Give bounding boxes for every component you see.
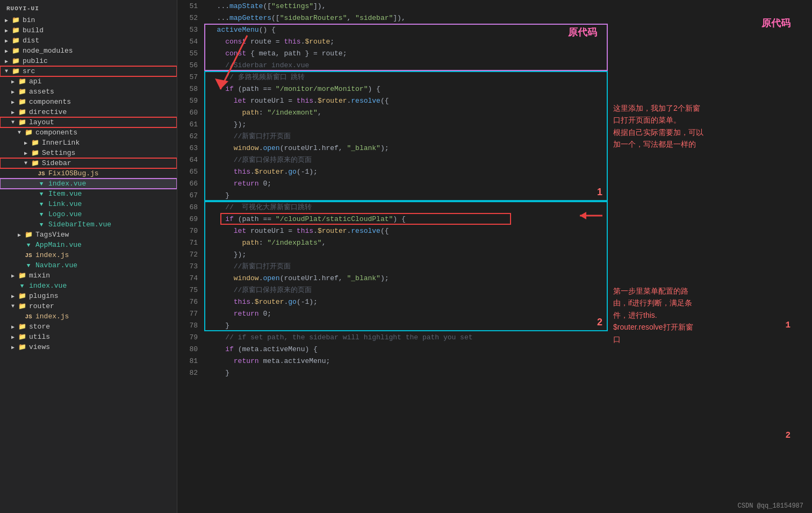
tree-item-components[interactable]: ▶📁components — [0, 97, 177, 107]
token: this — [297, 227, 313, 235]
token: ]), — [313, 2, 326, 10]
tree-item-index_vue2[interactable]: ▼index.vue — [0, 281, 177, 291]
code-line-53: activeMenu() { — [204, 24, 608, 35]
tree-item-api[interactable]: ▶📁api — [0, 76, 177, 87]
tree-item-mixin[interactable]: ▶📁mixin — [0, 270, 177, 281]
tree-item-dist[interactable]: ▶📁dist — [0, 35, 177, 46]
main-content: 5152535455565758596061626364656667686970… — [177, 0, 812, 513]
tree-item-Settings[interactable]: ▶📁Settings — [0, 148, 177, 158]
file-tree[interactable]: RUOYI-UI ▶📁bin▶📁build▶📁dist▶📁node_module… — [0, 0, 177, 513]
tree-item-directive[interactable]: ▶📁directive — [0, 107, 177, 117]
code-line-58: if (path == "/monitor/moreMonitor") { — [204, 83, 608, 95]
tree-item-Link_vue[interactable]: ▼Link.vue — [0, 199, 177, 209]
token — [209, 168, 234, 176]
line-number-78: 78 — [177, 319, 198, 331]
code-editor: 5152535455565758596061626364656667686970… — [177, 0, 608, 513]
tree-item-views[interactable]: ▶📁views — [0, 342, 177, 352]
tree-item-Sidebar[interactable]: ▼📁Sidebar — [0, 158, 177, 168]
tree-item-index_js3[interactable]: JSindex.js — [0, 311, 177, 322]
code-line-59: let routeUrl = this.$router.resolve({ — [204, 95, 608, 106]
token: . — [250, 168, 255, 176]
code-line-61: }); — [204, 118, 608, 130]
code-line-57: // 多路视频新窗口 跳转 — [204, 71, 608, 83]
token: return — [234, 310, 259, 318]
token — [209, 357, 234, 365]
token: window — [234, 274, 259, 282]
tree-item-index_js2[interactable]: JSindex.js — [0, 250, 177, 260]
token: }); — [234, 120, 246, 129]
tree-label-Logo_vue: Logo.vue — [48, 210, 82, 218]
tree-item-InnerLink[interactable]: ▶📁InnerLink — [0, 138, 177, 148]
tree-label-TagsView: TagsView — [35, 231, 69, 239]
tree-item-store[interactable]: ▶📁store — [0, 322, 177, 332]
token — [209, 191, 225, 200]
annotation-label-2: 2 — [785, 431, 791, 440]
tree-label-layout: layout — [29, 118, 54, 126]
tree-item-utils[interactable]: ▶📁utils — [0, 332, 177, 342]
token — [209, 120, 234, 129]
line-number-58: 58 — [177, 83, 198, 95]
token — [209, 227, 234, 235]
code-line-76: this.$router.go(-1); — [204, 296, 608, 308]
token: : — [259, 239, 268, 247]
token: //原窗口保持原来的页面 — [234, 285, 312, 295]
tree-item-assets[interactable]: ▶📁assets — [0, 87, 177, 97]
tree-item-router[interactable]: ▼📁router — [0, 301, 177, 311]
token: //原窗口保持原来的页面 — [234, 155, 312, 165]
token: . — [313, 97, 318, 105]
tree-item-bin[interactable]: ▶📁bin — [0, 15, 177, 25]
token: (path == — [234, 85, 276, 93]
token: window — [234, 144, 259, 152]
tree-item-Item_vue[interactable]: ▼Item.vue — [0, 189, 177, 199]
tree-item-src[interactable]: ▼📁src — [0, 66, 177, 76]
tree-item-AppMain_vue[interactable]: ▼AppMain.vue — [0, 240, 177, 250]
token: ([ — [271, 14, 280, 22]
tree-icon-index_vue: ▼ — [37, 180, 46, 188]
line-number-68: 68 — [177, 201, 198, 213]
token: }); — [234, 251, 246, 259]
line-number-55: 55 — [177, 47, 198, 59]
line-number-70: 70 — [177, 225, 198, 237]
code-line-51: ...mapState(["settings"]), — [204, 0, 608, 12]
line-number-77: 77 — [177, 308, 198, 319]
token: $router — [318, 227, 347, 235]
code-line-72: }); — [204, 248, 608, 260]
token: $router — [255, 298, 284, 306]
tree-item-node_modules[interactable]: ▶📁node_modules — [0, 46, 177, 56]
tree-icon-Logo_vue: ▼ — [37, 211, 46, 218]
tree-item-Navbar_vue[interactable]: ▼Navbar.vue — [0, 260, 177, 270]
tree-arrow-api: ▶ — [9, 79, 17, 85]
token: if — [225, 85, 234, 93]
tree-item-SidebarItem_vue[interactable]: ▼SidebarItem.vue — [0, 219, 177, 230]
tree-item-TagsView[interactable]: ▶📁TagsView — [0, 230, 177, 240]
line-number-69: 69 — [177, 213, 198, 225]
token: this — [234, 298, 250, 306]
tree-item-layout[interactable]: ▼📁layout — [0, 117, 177, 127]
line-number-64: 64 — [177, 154, 198, 166]
tree-item-Logo_vue[interactable]: ▼Logo.vue — [0, 209, 177, 219]
tree-icon-src: 📁 — [11, 67, 20, 75]
line-number-76: 76 — [177, 296, 198, 308]
line-number-80: 80 — [177, 343, 198, 355]
tree-icon-Settings: 📁 — [30, 149, 40, 157]
token: $router — [255, 168, 284, 176]
tree-item-components2[interactable]: ▼📁components — [0, 127, 177, 138]
tree-icon-TagsView: 📁 — [24, 231, 33, 239]
tree-item-public[interactable]: ▶📁public — [0, 56, 177, 66]
code-line-60: path: "/indexmont", — [204, 106, 608, 118]
token: . — [284, 168, 288, 176]
tree-label-directive: directive — [29, 108, 67, 116]
tree-item-build[interactable]: ▶📁build — [0, 25, 177, 35]
token: go — [288, 168, 297, 176]
token — [209, 369, 225, 377]
token: "/indexplats" — [267, 239, 321, 247]
tree-item-plugins[interactable]: ▶📁plugins — [0, 291, 177, 301]
token: if — [225, 345, 234, 353]
tree-label-bin: bin — [23, 16, 35, 24]
token: // 可视化大屏新窗口跳转 — [225, 202, 312, 212]
tree-arrow-utils: ▶ — [9, 334, 17, 340]
tree-item-FixiOSBug[interactable]: JSFixiOSBug.js — [0, 168, 177, 179]
tree-label-FixiOSBug: FixiOSBug.js — [48, 169, 99, 177]
token: ]), — [393, 14, 405, 22]
tree-item-index_vue[interactable]: ▼index.vue — [0, 179, 177, 189]
